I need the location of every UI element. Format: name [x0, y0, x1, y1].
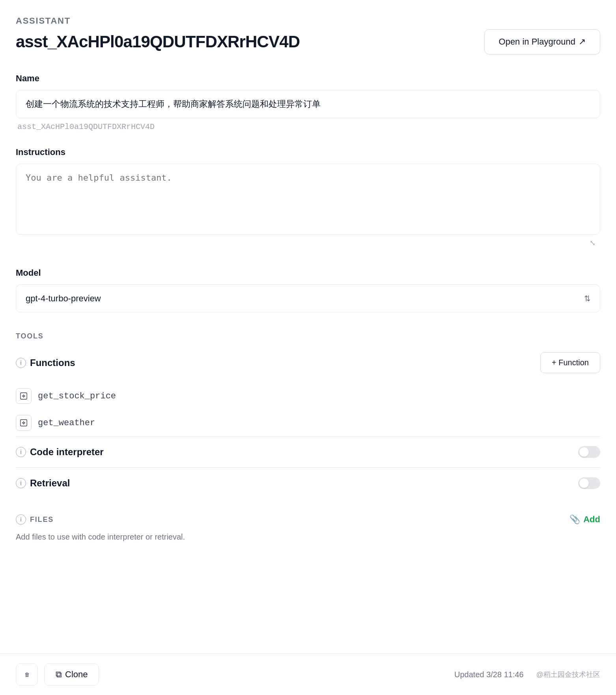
name-input[interactable]: [16, 90, 600, 118]
svg-rect-2: [21, 420, 27, 426]
trash-icon: 🗑: [24, 672, 30, 678]
assistant-label: ASSISTANT: [16, 16, 600, 26]
svg-point-1: [23, 395, 24, 397]
retrieval-label: Retrieval: [30, 478, 70, 489]
retrieval-toggle[interactable]: [578, 477, 600, 489]
files-hint-text: Add files to use with code interpreter o…: [16, 532, 600, 542]
files-section-label: FILES: [30, 516, 54, 524]
model-select[interactable]: gpt-4-turbo-preview gpt-4 gpt-3.5-turbo: [16, 284, 600, 312]
open-playground-button[interactable]: Open in Playground ↗: [484, 29, 600, 54]
functions-label: Functions: [30, 357, 75, 368]
delete-button[interactable]: 🗑: [16, 663, 38, 686]
function-item-icon-2: [16, 415, 32, 431]
instructions-section-label: Instructions: [16, 147, 600, 157]
add-function-button[interactable]: + Function: [540, 352, 600, 373]
add-function-label: + Function: [552, 358, 589, 367]
function-item-get-stock-price[interactable]: get_stock_price: [16, 383, 600, 409]
svg-point-3: [23, 422, 24, 424]
instructions-textarea[interactable]: [16, 164, 600, 235]
function-symbol-icon: [19, 392, 28, 400]
assistant-id-heading: asst_XAcHPl0a19QDUTFDXRrHCV4D: [16, 32, 300, 51]
code-interpreter-info-icon: i: [16, 447, 26, 457]
open-playground-label: Open in Playground: [499, 37, 575, 47]
files-section: i FILES 📎 Add Add files to use with code…: [16, 506, 600, 542]
external-link-icon: ↗: [579, 37, 586, 47]
clone-button[interactable]: ⧉ Clone: [44, 663, 99, 686]
svg-rect-0: [21, 393, 27, 400]
watermark-text: @稻土园金技术社区: [536, 670, 600, 679]
resize-icon: ⤡: [590, 239, 595, 247]
updated-text: Updated 3/28 11:46: [454, 670, 524, 679]
code-interpreter-label: Code interpreter: [30, 447, 104, 458]
model-section-label: Model: [16, 268, 600, 278]
function-item-icon: [16, 388, 32, 404]
function-symbol-icon-2: [19, 418, 28, 427]
clone-label: Clone: [65, 669, 88, 680]
bottom-bar: 🗑 ⧉ Clone Updated 3/28 11:46 @稻土园金技术社区: [0, 654, 616, 695]
add-files-label: Add: [583, 514, 600, 525]
clone-icon: ⧉: [56, 669, 62, 680]
code-interpreter-row: i Code interpreter: [16, 436, 600, 467]
retrieval-info-icon: i: [16, 478, 26, 488]
paperclip-icon: 📎: [569, 514, 580, 525]
function-name-get-weather: get_weather: [38, 418, 95, 428]
retrieval-row: i Retrieval: [16, 467, 600, 499]
function-name-get-stock-price: get_stock_price: [38, 391, 116, 401]
tools-section-label: TOOLS: [16, 332, 600, 340]
code-interpreter-toggle[interactable]: [578, 446, 600, 458]
assistant-id-hint: asst_XAcHPl0a19QDUTFDXRrHCV4D: [16, 122, 600, 131]
function-item-get-weather[interactable]: get_weather: [16, 409, 600, 436]
add-files-button[interactable]: 📎 Add: [569, 514, 600, 525]
name-section-label: Name: [16, 73, 600, 84]
files-info-icon: i: [16, 514, 26, 525]
functions-info-icon: i: [16, 358, 26, 368]
